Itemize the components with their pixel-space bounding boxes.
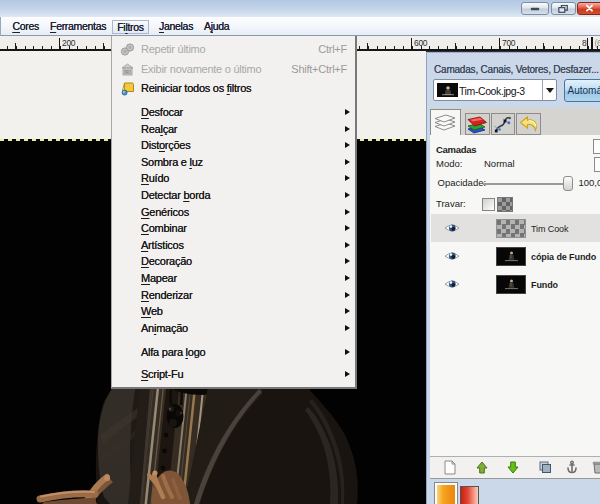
svg-text:50: 50 — [125, 70, 129, 74]
